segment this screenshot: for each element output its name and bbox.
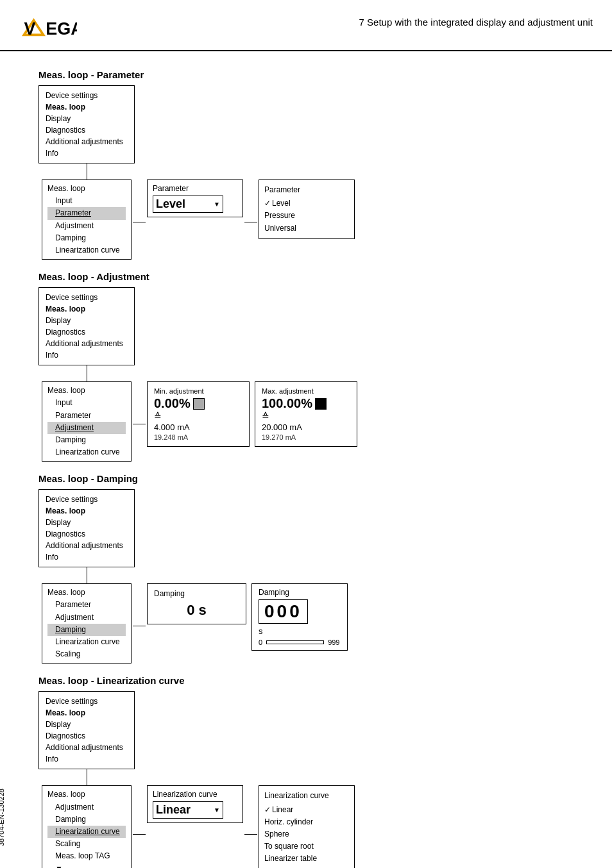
lin-sub-damp: Damping: [47, 814, 126, 826]
parameter-panels: Meas. loop Input Parameter Adjustment Da…: [42, 179, 593, 260]
lin-sub-meas: Meas. loop: [47, 789, 126, 801]
parameter-dropdown[interactable]: Level ▼: [153, 196, 223, 213]
max-adj-ma: 20.000 mA: [262, 422, 350, 432]
lin-dropdown[interactable]: Linear ▼: [153, 801, 223, 819]
lin-option-sphere: Sphere: [264, 828, 349, 840]
menu-meas-loop: Meas. loop: [46, 101, 128, 113]
damping-panels: Meas. loop Parameter Adjustment Damping …: [42, 583, 593, 664]
damp-sub-damp: Damping: [47, 624, 126, 636]
option-level: Level: [264, 197, 349, 210]
lin-sub-arrow: ▼: [47, 863, 126, 869]
damp-panel-label: Damping: [154, 589, 239, 598]
sub-adjustment: Adjustment: [47, 220, 126, 232]
sub-parameter: Parameter: [47, 207, 126, 219]
damp-menu-display: Display: [46, 517, 128, 528]
max-adj-value: 100.00%: [262, 396, 312, 411]
damp-menu-add: Additional adjustments: [46, 540, 128, 551]
adj-sub-damp: Damping: [47, 434, 126, 446]
dropdown-arrow-icon: ▼: [214, 201, 220, 208]
lin-sub-tag: Meas. loop TAG: [47, 850, 126, 862]
adj-sub-input: Input: [47, 397, 126, 409]
damping-main-menu: Device settings Meas. loop Display Diagn…: [38, 489, 135, 567]
damp-menu-info: Info: [46, 551, 128, 563]
lin-dropdown-value: Linear: [156, 803, 191, 817]
menu-additional: Additional adjustments: [46, 136, 128, 147]
lin-dropdown-arrow-icon: ▼: [214, 806, 220, 814]
option-universal: Universal: [264, 222, 349, 235]
logo-area: EGA V: [19, 12, 77, 44]
page-header: EGA V 7 Setup with the integrated displa…: [0, 0, 612, 51]
lin-menu-info: Info: [46, 753, 128, 765]
lin-menu-add: Additional adjustments: [46, 742, 128, 753]
min-adjustment-panel: Min. adjustment 0.00% ≙ 4.000 mA 19.248 …: [147, 381, 250, 447]
vega-logo: EGA V: [19, 12, 77, 44]
max-adj-icon: [315, 398, 327, 410]
adj-sub-adj: Adjustment: [47, 422, 126, 434]
header-title: 7 Setup with the integrated display and …: [359, 12, 593, 28]
adj-menu-add: Additional adjustments: [46, 338, 128, 349]
adj-menu-meas: Meas. loop: [46, 303, 128, 315]
lin-dropdown-panel: Linearization curve Linear ▼: [147, 785, 243, 823]
param-label: Parameter: [153, 184, 237, 193]
parameter-dropdown-panel: Parameter Level ▼: [147, 179, 243, 217]
lin-options-label: Linearization curve: [264, 790, 349, 802]
lin-option-table: Linearizer table: [264, 853, 349, 865]
adj-menu-display: Display: [46, 315, 128, 326]
damp-sub-param: Parameter: [47, 599, 126, 611]
damp-sub-meas: Meas. loop: [47, 587, 126, 599]
damp-panel-value: 0 s: [154, 602, 239, 619]
lin-sub-adj: Adjustment: [47, 801, 126, 814]
scale-track: [266, 640, 324, 644]
adj-menu-diag: Diagnostics: [46, 326, 128, 338]
section-parameter-title: Meas. loop - Parameter: [38, 69, 593, 80]
section-lin-title: Meas. loop - Linearization curve: [38, 675, 593, 686]
adj-sub-lin: Linearization curve: [47, 446, 126, 458]
section-damping-title: Meas. loop - Damping: [38, 473, 593, 484]
lin-option-linear: Linear: [264, 804, 349, 816]
lin-menu-display: Display: [46, 719, 128, 730]
lin-menu-meas: Meas. loop: [46, 707, 128, 719]
lin-sub-lin: Linearization curve: [47, 826, 126, 838]
section-damping: Meas. loop - Damping Device settings Mea…: [38, 473, 593, 664]
damping-input-panel: Damping 0 s: [147, 583, 246, 624]
menu-info: Info: [46, 147, 128, 159]
adjustment-sub-menu: Meas. loop Input Parameter Adjustment Da…: [42, 381, 132, 462]
max-adj-label: Max. adjustment: [262, 387, 350, 395]
max-adjustment-panel: Max. adjustment 100.00% ≙ 20.000 mA 19.2…: [255, 381, 357, 447]
options-label: Parameter: [264, 184, 349, 196]
min-adj-eq: ≙: [154, 411, 242, 421]
min-adj-value: 0.00%: [154, 396, 191, 411]
side-document-id: 38704-EN-130228: [0, 789, 5, 846]
section-parameter: Meas. loop - Parameter Device settings M…: [38, 69, 593, 260]
adj-menu-info: Info: [46, 349, 128, 361]
adj-sub-param: Parameter: [47, 410, 126, 422]
damp-unit: s: [259, 626, 341, 636]
parameter-main-menu: Device settings Meas. loop Display Diagn…: [38, 85, 135, 163]
sub-meas-loop: Meas. loop: [47, 183, 126, 195]
lin-menu-device: Device settings: [46, 696, 128, 707]
menu-display: Display: [46, 113, 128, 124]
scale-min: 0: [259, 638, 262, 646]
damp-menu-device: Device settings: [46, 494, 128, 505]
lin-main-menu: Device settings Meas. loop Display Diagn…: [38, 691, 135, 769]
lin-sub-menu: Meas. loop Adjustment Damping Linearizat…: [42, 785, 132, 868]
section-adjustment: Meas. loop - Adjustment Device settings …: [38, 271, 593, 462]
damp-sub-lin: Linearization curve: [47, 636, 126, 648]
min-adj-icon: [193, 398, 205, 410]
scale-max: 999: [328, 638, 339, 646]
lin-menu-diag: Diagnostics: [46, 730, 128, 742]
min-adj-actual: 19.248 mA: [154, 433, 242, 441]
lin-options-panel: Linearization curve Linear Horiz. cylind…: [259, 785, 355, 868]
damp-digits: 000: [259, 599, 308, 624]
max-adj-eq: ≙: [262, 411, 350, 421]
main-content: Meas. loop - Parameter Device settings M…: [0, 51, 612, 868]
damp-display-label: Damping: [259, 588, 341, 597]
lin-panels: Meas. loop Adjustment Damping Linearizat…: [42, 785, 593, 868]
lin-sub-scaling: Scaling: [47, 838, 126, 850]
damp-menu-diag: Diagnostics: [46, 528, 128, 540]
lin-panel-label: Linearization curve: [153, 790, 237, 799]
adj-sub-meas: Meas. loop: [47, 385, 126, 397]
min-adj-label: Min. adjustment: [154, 387, 242, 395]
damp-sub-adj: Adjustment: [47, 612, 126, 624]
lin-option-sqrt: To square root: [264, 840, 349, 853]
